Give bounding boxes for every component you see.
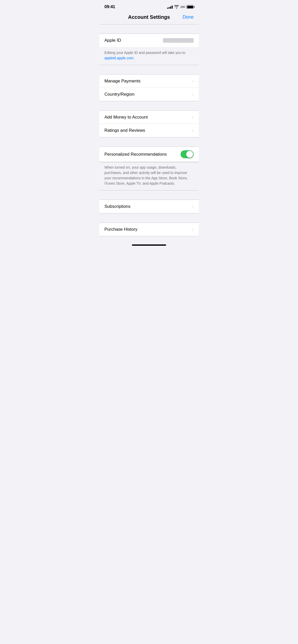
- apple-id-label: Apple ID: [104, 38, 121, 43]
- section-spacer-3: [99, 101, 199, 110]
- done-button[interactable]: Done: [181, 14, 194, 20]
- recommendations-desc-text: When turned on, your app usage, download…: [104, 165, 188, 185]
- section-spacer-2: [99, 65, 199, 74]
- purchase-history-row[interactable]: Purchase History ›: [99, 223, 199, 236]
- subscriptions-label: Subscriptions: [104, 204, 130, 209]
- status-time: 09:41: [104, 4, 115, 9]
- apple-id-info-block: Editing your Apple ID and password will …: [99, 47, 199, 65]
- chevron-icon-2: ›: [192, 92, 194, 97]
- apple-id-info-text-1: Editing your Apple ID and password will …: [104, 51, 185, 55]
- money-section: Add Money to Account › Ratings and Revie…: [99, 110, 199, 137]
- apple-id-link[interactable]: appleid.apple.com.: [104, 56, 134, 60]
- recommendations-row: Personalized Recommendations: [99, 147, 199, 162]
- ratings-reviews-label: Ratings and Reviews: [104, 128, 145, 133]
- purchase-history-section: Purchase History ›: [99, 223, 199, 236]
- country-region-label: Country/Region: [104, 92, 134, 97]
- apple-id-info-text: Editing your Apple ID and password will …: [104, 51, 185, 60]
- signal-icon: [167, 5, 173, 9]
- toggle-thumb: [186, 151, 193, 158]
- manage-payments-label: Manage Payments: [104, 79, 141, 84]
- home-indicator: [99, 241, 199, 249]
- apple-id-right: [163, 38, 194, 43]
- recommendations-desc-block: When turned on, your app usage, download…: [99, 162, 199, 191]
- chevron-icon-3: ›: [192, 115, 194, 120]
- battery-level: 100: [180, 5, 185, 8]
- section-spacer-1: [99, 24, 199, 34]
- chevron-icon-4: ›: [192, 128, 194, 133]
- apple-id-section: Apple ID: [99, 34, 199, 47]
- nav-bar: Account Settings Done: [99, 12, 199, 24]
- recommendations-section: Personalized Recommendations: [99, 147, 199, 162]
- section-spacer-4: [99, 137, 199, 147]
- battery-icon: [186, 5, 194, 9]
- page-title: Account Settings: [117, 14, 181, 20]
- status-icons: 100: [167, 5, 194, 9]
- add-money-row[interactable]: Add Money to Account ›: [99, 111, 199, 124]
- apple-id-value-redacted: [163, 38, 194, 43]
- section-spacer-5: [99, 191, 199, 200]
- home-bar: [132, 244, 166, 246]
- subscriptions-row[interactable]: Subscriptions ›: [99, 200, 199, 213]
- chevron-icon-6: ›: [192, 227, 194, 232]
- section-spacer-6: [99, 213, 199, 223]
- add-money-label: Add Money to Account: [104, 115, 148, 120]
- payments-section: Manage Payments › Country/Region ›: [99, 74, 199, 101]
- wifi-icon: [174, 5, 179, 9]
- country-region-row[interactable]: Country/Region ›: [99, 88, 199, 101]
- status-bar: 09:41 100: [99, 0, 199, 12]
- ratings-reviews-row[interactable]: Ratings and Reviews ›: [99, 124, 199, 137]
- manage-payments-row[interactable]: Manage Payments ›: [99, 75, 199, 88]
- recommendations-label: Personalized Recommendations: [104, 152, 167, 157]
- apple-id-row[interactable]: Apple ID: [99, 34, 199, 47]
- chevron-icon: ›: [192, 79, 194, 83]
- recommendations-toggle[interactable]: [181, 150, 194, 158]
- purchase-history-label: Purchase History: [104, 227, 137, 232]
- chevron-icon-5: ›: [192, 204, 194, 209]
- subscriptions-section: Subscriptions ›: [99, 200, 199, 213]
